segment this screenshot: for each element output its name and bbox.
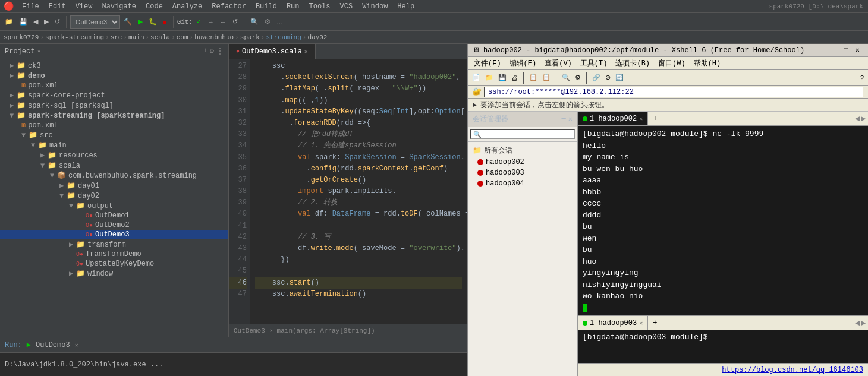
tree-item-outdemo2[interactable]: O● OutDemo2 bbox=[0, 220, 228, 230]
menu-analyze[interactable]: Analyze bbox=[168, 2, 207, 11]
tree-item-transform[interactable]: ▶ 📁 transform bbox=[0, 239, 228, 249]
xshell-save-btn[interactable]: 💾 bbox=[496, 73, 508, 82]
tree-item-demo-pom[interactable]: m pom.xml bbox=[0, 81, 228, 90]
xshell-menu-help[interactable]: 帮助(H) bbox=[690, 58, 725, 68]
terminal-tab-close-1[interactable]: ✕ bbox=[639, 115, 643, 122]
run-close-icon[interactable]: ✕ bbox=[75, 342, 78, 349]
terminal-screen-1[interactable]: [bigdata@hadoop002 module]$ nc -lk 9999 … bbox=[578, 126, 868, 315]
code-content[interactable]: ssc .socketTextStream( hostname = "hadoo… bbox=[250, 59, 467, 324]
xshell-menu-edit[interactable]: 编辑(E) bbox=[506, 58, 540, 68]
chat-item-hadoop004[interactable]: hadoop004 bbox=[473, 178, 573, 189]
toolbar-settings[interactable]: ⚙ bbox=[262, 17, 273, 27]
bc-spark-streaming[interactable]: spark-streaming bbox=[45, 34, 104, 41]
xshell-close[interactable]: ✕ bbox=[852, 46, 863, 55]
toolbar-open[interactable]: 📁 bbox=[2, 17, 15, 27]
tree-item-spark-core[interactable]: ▶ 📁 spark-core-project bbox=[0, 90, 228, 100]
tree-item-day01[interactable]: ▶ 📁 day01 bbox=[0, 181, 228, 191]
xshell-menu-tab[interactable]: 选项卡(B) bbox=[612, 58, 653, 68]
xshell-menu-tools[interactable]: 工具(T) bbox=[577, 58, 611, 68]
menu-window[interactable]: Window bbox=[357, 2, 392, 11]
toolbar-find[interactable]: 🔍 bbox=[248, 17, 261, 27]
git-revert[interactable]: ↺ bbox=[230, 17, 240, 27]
chat-search-input[interactable] bbox=[470, 129, 575, 139]
project-dropdown-icon[interactable]: ▾ bbox=[37, 48, 40, 55]
terminal-scroll-right[interactable]: ▶ bbox=[861, 115, 866, 122]
xshell-menu-view[interactable]: 查看(V) bbox=[541, 58, 575, 68]
run-config-dropdown[interactable]: OutDemo3 bbox=[70, 15, 120, 29]
tree-item-resources[interactable]: ▶ 📁 resources bbox=[0, 150, 228, 160]
terminal-tab-add-1[interactable]: + bbox=[648, 112, 662, 125]
chat-item-hadoop002[interactable]: hadoop002 bbox=[473, 157, 573, 168]
terminal-tab-hadoop003[interactable]: 1 hadoop003 ✕ bbox=[578, 316, 648, 330]
toolbar-forward[interactable]: ▶ bbox=[42, 17, 51, 27]
menu-view[interactable]: View bbox=[71, 2, 98, 11]
menu-help[interactable]: Help bbox=[392, 2, 419, 11]
toolbar-more[interactable]: … bbox=[274, 17, 285, 27]
tab-close-icon[interactable]: ✕ bbox=[304, 48, 308, 55]
bc-spark[interactable]: spark bbox=[240, 34, 260, 41]
bc-day02[interactable]: day02 bbox=[307, 34, 327, 41]
xshell-menu-window[interactable]: 窗口(W) bbox=[655, 58, 689, 68]
menu-edit[interactable]: Edit bbox=[44, 2, 71, 11]
bc-com[interactable]: com bbox=[177, 34, 188, 41]
xshell-new-btn[interactable]: 📄 bbox=[470, 73, 482, 82]
xshell-reconnect-btn[interactable]: 🔄 bbox=[614, 73, 625, 82]
tree-item-demo[interactable]: ▶ 📁 demo bbox=[0, 71, 228, 81]
toolbar-back[interactable]: ◀ bbox=[31, 17, 40, 27]
menu-tools[interactable]: Tools bbox=[304, 2, 335, 11]
tree-item-outdemo3[interactable]: O● OutDemo3 bbox=[0, 230, 228, 239]
tree-item-ck3[interactable]: ▶ 📁 ck3 bbox=[0, 61, 228, 71]
chat-item-hadoop003[interactable]: hadoop003 bbox=[473, 168, 573, 178]
xshell-maximize[interactable]: □ bbox=[841, 46, 852, 55]
tree-item-spark-streaming[interactable]: ▼ 📁 spark-streaming [sparkstreaming] bbox=[0, 110, 228, 121]
chat-sidebar-minimize[interactable]: ─ bbox=[562, 115, 566, 124]
xshell-print-btn[interactable]: 🖨 bbox=[510, 74, 520, 82]
tree-item-window[interactable]: ▶ 📁 window bbox=[0, 268, 228, 279]
tree-item-main[interactable]: ▼ 📁 main bbox=[0, 140, 228, 150]
xshell-help-btn[interactable]: ? bbox=[858, 74, 866, 82]
xshell-disconnect-btn[interactable]: ⊘ bbox=[603, 73, 612, 82]
terminal-tab-close-2[interactable]: ✕ bbox=[639, 320, 643, 327]
chat-sidebar-close[interactable]: ✕ bbox=[568, 115, 573, 124]
menu-run[interactable]: Run bbox=[282, 2, 304, 11]
terminal2-scroll-right[interactable]: ▶ bbox=[861, 319, 866, 327]
xshell-status-link[interactable]: https://blog.csdn.net/qq_16146103 bbox=[722, 366, 863, 374]
xshell-minimize[interactable]: ─ bbox=[829, 46, 840, 55]
toolbar-save[interactable]: 💾 bbox=[17, 17, 30, 27]
menu-build[interactable]: Build bbox=[251, 2, 282, 11]
tree-item-output[interactable]: ▼ 📁 output bbox=[0, 201, 228, 211]
editor-tab-outdemo3[interactable]: ● OutDemo3.scala ✕ bbox=[229, 44, 316, 59]
menu-code[interactable]: Code bbox=[141, 2, 168, 11]
toolbar-run[interactable]: ▶ bbox=[136, 17, 145, 27]
terminal2-scroll-left[interactable]: ◀ bbox=[855, 319, 860, 327]
tree-item-spark-sql[interactable]: ▶ 📁 spark-sql [sparksql] bbox=[0, 100, 228, 110]
bc-scala[interactable]: scala bbox=[150, 34, 170, 41]
toolbar-undo[interactable]: ↺ bbox=[52, 17, 62, 27]
menu-refactor[interactable]: Refactor bbox=[207, 2, 251, 11]
tree-item-streaming-pom[interactable]: m pom.xml bbox=[0, 121, 228, 130]
terminal-screen-2[interactable]: [bigdata@hadoop003 module]$ bbox=[578, 330, 868, 363]
xshell-search-btn[interactable]: 🔍 bbox=[560, 73, 572, 82]
project-settings-icon[interactable]: ⚙ bbox=[210, 47, 214, 56]
terminal-tab-hadoop002[interactable]: 1 hadoop002 ✕ bbox=[578, 112, 648, 125]
toolbar-stop[interactable]: ■ bbox=[161, 17, 169, 27]
menu-vcs[interactable]: VCS bbox=[335, 2, 358, 11]
toolbar-debug[interactable]: 🐛 bbox=[146, 17, 159, 27]
terminal-tab-add-2[interactable]: + bbox=[648, 316, 662, 330]
bc-main[interactable]: main bbox=[128, 34, 144, 41]
bc-streaming[interactable]: streaming bbox=[266, 34, 301, 41]
menu-file[interactable]: File bbox=[17, 2, 44, 11]
xshell-open-btn[interactable]: 📁 bbox=[483, 73, 495, 82]
tree-item-src[interactable]: ▼ 📁 src bbox=[0, 130, 228, 140]
project-add-btn[interactable]: + bbox=[203, 47, 207, 56]
tree-item-upstate[interactable]: O● UpstateByKeyDemo bbox=[0, 259, 228, 268]
git-check[interactable]: ✓ bbox=[194, 17, 204, 27]
run-name[interactable]: OutDemo3 bbox=[36, 341, 70, 349]
tree-item-transformdemo[interactable]: O● TransformDemo bbox=[0, 249, 228, 259]
tree-item-com-pkg[interactable]: ▼ 📦 com.buwenbuhuo.spark.streaming bbox=[0, 170, 228, 181]
git-push[interactable]: → bbox=[205, 17, 216, 27]
xshell-paste-btn[interactable]: 📋 bbox=[540, 73, 552, 82]
xshell-menu-file[interactable]: 文件(F) bbox=[470, 58, 505, 68]
menu-navigate[interactable]: Navigate bbox=[97, 2, 141, 11]
bc-src[interactable]: src bbox=[111, 34, 122, 41]
